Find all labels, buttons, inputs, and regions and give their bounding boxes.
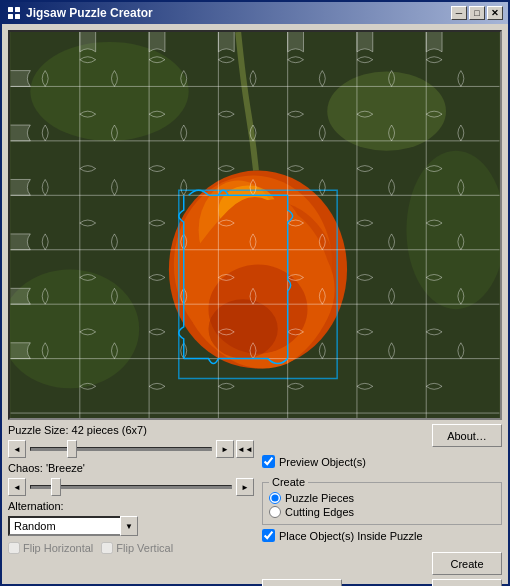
chaos-label: Chaos: 'Breeze' [8, 462, 254, 474]
flip-horizontal-label: Flip Horizontal [23, 542, 93, 554]
about-button[interactable]: About… [432, 424, 502, 447]
chaos-right-arrow[interactable]: ► [236, 478, 254, 496]
puzzle-icon [7, 6, 21, 20]
alternation-select[interactable]: Random Alternate All In All Out [8, 516, 138, 536]
create-group-title: Create [269, 476, 308, 488]
bottom-buttons: Randomize Create Cancel [262, 552, 502, 586]
create-button[interactable]: Create [432, 552, 502, 575]
preview-objects-label: Preview Object(s) [279, 456, 366, 468]
flip-horizontal-item: Flip Horizontal [8, 542, 93, 554]
create-group: Create Puzzle Pieces Cutting Edges [262, 476, 502, 525]
chaos-left-arrow[interactable]: ◄ [8, 478, 26, 496]
flip-vertical-item: Flip Vertical [101, 542, 173, 554]
cutting-edges-radio-row: Cutting Edges [269, 506, 495, 518]
close-button[interactable]: ✕ [487, 6, 503, 20]
puzzle-pieces-radio[interactable] [269, 492, 281, 504]
size-slider-row: ◄ ► ◄◄ [8, 440, 254, 458]
controls-area: Puzzle Size: 42 pieces (6x7) ◄ ► ◄◄ Chao… [8, 424, 502, 586]
flip-horizontal-checkbox[interactable] [8, 542, 20, 554]
left-controls: Puzzle Size: 42 pieces (6x7) ◄ ► ◄◄ Chao… [8, 424, 254, 586]
puzzle-pieces-label: Puzzle Pieces [285, 492, 354, 504]
minimize-button[interactable]: ─ [451, 6, 467, 20]
chaos-slider-thumb[interactable] [51, 478, 61, 496]
maximize-button[interactable]: □ [469, 6, 485, 20]
alternation-dropdown-wrapper: Random Alternate All In All Out ▼ [8, 516, 138, 536]
title-bar-title: Jigsaw Puzzle Creator [7, 6, 153, 20]
size-right-arrow[interactable]: ► [216, 440, 234, 458]
size-slider-thumb[interactable] [67, 440, 77, 458]
randomize-button[interactable]: Randomize [262, 579, 342, 586]
puzzle-size-label: Puzzle Size: 42 pieces (6x7) [8, 424, 147, 436]
cancel-button[interactable]: Cancel [432, 579, 502, 586]
place-inside-row: Place Object(s) Inside Puzzle [262, 529, 502, 542]
svg-rect-1 [15, 7, 20, 12]
size-left-arrow[interactable]: ◄ [8, 440, 26, 458]
svg-point-6 [30, 42, 188, 141]
puzzle-preview [8, 30, 502, 420]
alternation-label: Alternation: [8, 500, 254, 512]
preview-objects-checkbox[interactable] [262, 455, 275, 468]
svg-rect-3 [15, 14, 20, 19]
right-buttons: Create Cancel [432, 552, 502, 586]
flip-vertical-checkbox[interactable] [101, 542, 113, 554]
size-end-arrow[interactable]: ◄◄ [236, 440, 254, 458]
content-area: Puzzle Size: 42 pieces (6x7) ◄ ► ◄◄ Chao… [2, 24, 508, 586]
cutting-edges-label: Cutting Edges [285, 506, 354, 518]
flip-row: Flip Horizontal Flip Vertical [8, 542, 254, 554]
title-bar-buttons: ─ □ ✕ [451, 6, 503, 20]
title-bar: Jigsaw Puzzle Creator ─ □ ✕ [2, 2, 508, 24]
cutting-edges-radio[interactable] [269, 506, 281, 518]
place-inside-checkbox[interactable] [262, 529, 275, 542]
right-controls: About… Preview Object(s) Create Puzzle P… [262, 424, 502, 586]
puzzle-pieces-radio-row: Puzzle Pieces [269, 492, 495, 504]
puzzle-size-row: Puzzle Size: 42 pieces (6x7) [8, 424, 254, 436]
chaos-slider-track[interactable] [30, 485, 232, 489]
svg-point-16 [208, 299, 277, 358]
place-inside-label: Place Object(s) Inside Puzzle [279, 530, 423, 542]
window-title: Jigsaw Puzzle Creator [26, 6, 153, 20]
chaos-slider-row: ◄ ► [8, 478, 254, 496]
svg-rect-0 [8, 7, 13, 12]
window: Jigsaw Puzzle Creator ─ □ ✕ [0, 0, 510, 586]
flip-vertical-label: Flip Vertical [116, 542, 173, 554]
alternation-row: Random Alternate All In All Out ▼ [8, 516, 254, 536]
puzzle-svg [10, 32, 500, 418]
preview-checkbox-row: Preview Object(s) [262, 455, 502, 468]
svg-point-7 [327, 72, 446, 151]
svg-rect-2 [8, 14, 13, 19]
size-slider-track[interactable] [30, 447, 212, 451]
